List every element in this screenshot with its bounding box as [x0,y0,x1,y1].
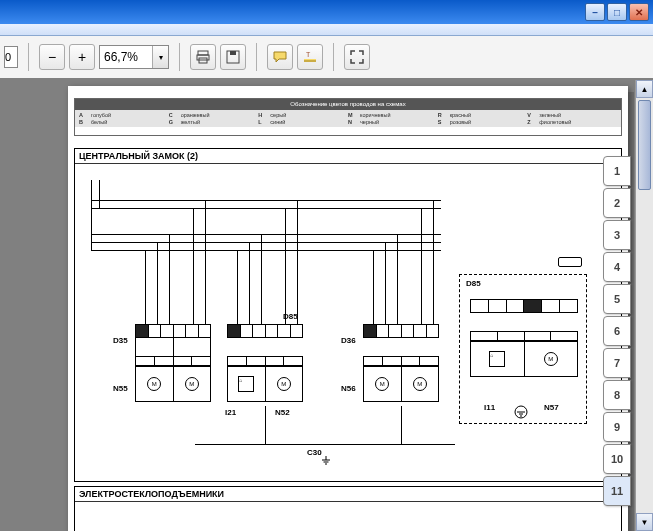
chapter-tabs: 1 2 3 4 5 6 7 8 9 10 11 [603,156,631,508]
print-icon [195,49,211,65]
toolbar-separator [256,43,257,71]
legend-name: черный [360,119,379,125]
fullscreen-button[interactable] [344,44,370,70]
svg-text:T: T [306,51,311,58]
legend-code: Z [527,119,535,125]
legend-name: розовый [450,119,472,125]
module-d85-i21-n52: D85 ⌂ M I21 N52 [227,324,303,402]
legend-name: фиолетовый [539,119,571,125]
optional-module-group: D85 ⌂ M [459,274,587,424]
fullscreen-icon [349,49,365,65]
chapter-tab[interactable]: 10 [603,444,631,474]
module-d36-n56: D36 M M N56 [363,324,439,402]
window-titlebar: – □ ✕ [0,0,653,24]
zoom-level-combo[interactable]: ▾ [99,45,169,69]
scrollbar-thumb[interactable] [638,100,651,190]
legend-name: желтый [181,119,200,125]
window-close-button[interactable]: ✕ [629,3,649,21]
menubar [0,24,653,36]
legend-name: серый [270,112,286,118]
legend-code: C [169,112,177,118]
legend-code: V [527,112,535,118]
chevron-up-icon: ▲ [641,85,649,94]
legend-name: синий [270,119,285,125]
zoom-out-button[interactable]: − [39,44,65,70]
legend-name: зеленый [539,112,561,118]
legend-name: красный [450,112,471,118]
chapter-tab[interactable]: 4 [603,252,631,282]
window-minimize-button[interactable]: – [585,3,605,21]
legend-code: N [348,119,356,125]
toolbar-separator [333,43,334,71]
document-page: Обозначение цветов проводов на схемах Aг… [68,86,628,531]
legend-code: G [169,119,177,125]
legend-code: M [348,112,356,118]
legend-code: S [438,119,446,125]
scroll-down-button[interactable]: ▼ [636,513,653,531]
chapter-tab[interactable]: 11 [603,476,631,506]
wire-color-legend: Обозначение цветов проводов на схемах Aг… [74,98,622,136]
legend-code: B [79,119,87,125]
legend-name: белый [91,119,107,125]
section-power-windows: ЭЛЕКТРОСТЕКЛОПОДЪЕМНИКИ [74,486,622,531]
print-button[interactable] [190,44,216,70]
svg-rect-0 [198,51,208,55]
window-maximize-button[interactable]: □ [607,3,627,21]
toolbar-separator [179,43,180,71]
ground-label: C30 [307,448,322,457]
legend-title: Обозначение цветов проводов на схемах [75,99,621,110]
chapter-tab[interactable]: 6 [603,316,631,346]
chapter-tab[interactable]: 1 [603,156,631,186]
scroll-up-button[interactable]: ▲ [636,80,653,98]
plus-icon: + [78,49,86,65]
highlight-icon: T [302,49,318,65]
page-number-input[interactable] [4,46,18,68]
legend-name: голубой [91,112,111,118]
document-viewer[interactable]: Обозначение цветов проводов на схемах Aг… [0,80,635,531]
minus-icon: − [48,49,56,65]
zoom-level-input[interactable] [100,46,152,68]
legend-code: R [438,112,446,118]
save-button[interactable] [220,44,246,70]
highlight-button[interactable]: T [297,44,323,70]
chapter-tab[interactable]: 8 [603,380,631,410]
vertical-scrollbar[interactable]: ▲ ▼ [635,80,653,531]
chapter-tab[interactable]: 9 [603,412,631,442]
wiring-diagram: C30 D35 M [75,164,621,480]
chevron-down-icon: ▾ [159,53,163,62]
speech-bubble-icon [272,49,288,65]
toolbar-separator [28,43,29,71]
chapter-tab[interactable]: 2 [603,188,631,218]
comment-button[interactable] [267,44,293,70]
legend-code: H [258,112,266,118]
chapter-tab[interactable]: 7 [603,348,631,378]
legend-name: оранжевый [181,112,210,118]
section-title: ЦЕНТРАЛЬНЫЙ ЗАМОК (2) [75,149,621,164]
chapter-tab[interactable]: 3 [603,220,631,250]
chevron-down-icon: ▼ [641,518,649,527]
ground-icon [514,405,528,419]
section-title: ЭЛЕКТРОСТЕКЛОПОДЪЕМНИКИ [75,487,621,502]
toolbar: − + ▾ T [0,36,653,80]
fuse-icon [558,257,582,267]
legend-code: A [79,112,87,118]
legend-code: L [258,119,266,125]
ground-icon [321,456,331,466]
section-central-lock: ЦЕНТРАЛЬНЫЙ ЗАМОК (2) C30 D35 [74,148,622,482]
module-d35-n55: D35 M M N55 [135,324,211,402]
save-icon [225,49,241,65]
legend-name: коричневый [360,112,391,118]
svg-rect-4 [230,51,236,55]
zoom-in-button[interactable]: + [69,44,95,70]
zoom-dropdown-button[interactable]: ▾ [152,46,168,68]
chapter-tab[interactable]: 5 [603,284,631,314]
